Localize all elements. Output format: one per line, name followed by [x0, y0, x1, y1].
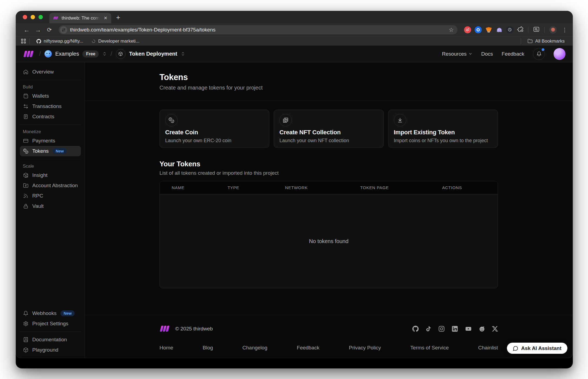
bookmarks-separator	[521, 38, 521, 44]
gear-icon	[23, 321, 29, 326]
forward-icon[interactable]: →	[33, 26, 43, 34]
extension-red-icon[interactable]	[464, 26, 471, 33]
app-header: / Examples Free / Token Deployment Resou…	[16, 46, 573, 62]
sidebar-item-transactions[interactable]: Transactions	[20, 101, 81, 112]
notifications-button[interactable]	[533, 48, 545, 60]
sidebar-item-tokens[interactable]: Tokens New	[20, 146, 81, 156]
sidebar-item-vault[interactable]: Vault	[20, 201, 81, 211]
new-tab-button[interactable]: +	[116, 13, 120, 22]
sidebar-item-account-abstraction[interactable]: Account Abstraction	[20, 180, 81, 191]
extensions-puzzle-icon[interactable]	[517, 26, 523, 34]
sidebar-item-payments[interactable]: Payments	[20, 136, 81, 146]
sidebar-item-overview[interactable]: Overview	[20, 67, 81, 77]
project-name[interactable]: Token Deployment	[129, 51, 177, 57]
sidebar-item-insight[interactable]: Insight	[20, 170, 81, 180]
bookmark-developer-marketing[interactable]: Developer marketi...	[89, 39, 142, 44]
copyright-text: © 2025 thirdweb	[175, 326, 213, 332]
footer-link-chainlist[interactable]: Chainlist	[478, 345, 498, 351]
ask-ai-assistant-button[interactable]: Ask AI Assistant	[507, 343, 567, 354]
github-icon[interactable]	[412, 326, 419, 332]
reddit-icon[interactable]	[479, 326, 485, 332]
resources-menu[interactable]: Resources	[442, 51, 472, 57]
action-cards: Create Coin Launch your own ERC-20 coin …	[159, 110, 498, 148]
wallet-icon	[23, 93, 29, 99]
social-links	[412, 326, 498, 332]
metamask-extension-icon[interactable]	[485, 26, 492, 33]
apps-grid-icon[interactable]	[21, 39, 26, 43]
browser-profile-avatar[interactable]	[549, 26, 557, 34]
sidebar-divider	[20, 125, 81, 125]
bell-icon	[536, 51, 542, 56]
cube-icon	[23, 347, 29, 353]
header-nav: Resources Docs Feedback	[442, 48, 565, 60]
team-switcher-icon[interactable]	[102, 52, 107, 56]
footer-link-terms-of-service[interactable]: Terms of Service	[410, 345, 449, 351]
bookmark-label: niftyswap.gg/Nifty...	[44, 39, 83, 44]
browser-menu-icon[interactable]: ⋮	[560, 27, 569, 33]
create-coin-card[interactable]: Create Coin Launch your own ERC-20 coin	[159, 110, 269, 148]
table-body: No tokens found	[160, 194, 498, 288]
project-switcher-icon[interactable]	[181, 52, 185, 56]
footer-link-feedback[interactable]: Feedback	[297, 345, 319, 351]
sidebar-item-wallets[interactable]: Wallets	[20, 91, 81, 101]
breadcrumb-slash: /	[39, 50, 41, 58]
reload-icon[interactable]: ⟳	[44, 27, 54, 33]
all-bookmarks-button[interactable]: All Bookmarks	[525, 39, 567, 44]
sidebar-item-contracts[interactable]: Contracts	[20, 112, 81, 122]
sidebar-section-label: Monetize	[20, 128, 81, 136]
rss-icon	[23, 193, 29, 199]
footer-link-home[interactable]: Home	[159, 345, 173, 351]
your-tokens-title: Your Tokens	[159, 160, 498, 168]
footer-link-changelog[interactable]: Changelog	[242, 345, 267, 351]
x-icon[interactable]	[492, 326, 498, 332]
github-favicon	[36, 39, 41, 44]
tab-title: thirdweb: The complete web3	[62, 15, 100, 21]
minimize-window-button[interactable]	[31, 15, 35, 19]
tab-search-icon[interactable]	[533, 26, 540, 34]
generic-favicon	[91, 39, 96, 43]
linkedin-icon[interactable]	[452, 326, 458, 332]
address-bar[interactable]: thirdweb.com/team/examples/Token-Deploym…	[59, 25, 458, 34]
site-info-icon[interactable]	[60, 26, 67, 34]
back-icon[interactable]: ←	[22, 26, 31, 34]
import-existing-token-card[interactable]: Import Existing Token Import coins or NF…	[388, 110, 498, 148]
bookmark-star-icon[interactable]: ☆	[449, 27, 454, 33]
tab-close-icon[interactable]: ✕	[103, 15, 108, 21]
user-avatar[interactable]	[554, 48, 565, 60]
instagram-icon[interactable]	[438, 326, 445, 332]
coins-icon	[165, 114, 178, 126]
ask-ai-assistant-label: Ask AI Assistant	[521, 345, 561, 351]
extension-blue-icon[interactable]	[475, 26, 482, 33]
bookmark-label: Developer marketi...	[98, 39, 139, 44]
card-description: Launch your own ERC-20 coin	[165, 138, 264, 144]
bookmarks-separator	[30, 38, 30, 44]
arrows-left-right-icon	[23, 104, 29, 109]
column-header-type: TYPE	[228, 185, 285, 190]
footer-link-blog[interactable]: Blog	[203, 345, 213, 351]
sidebar-item-documentation[interactable]: Documentation	[20, 335, 81, 345]
create-nft-collection-card[interactable]: Create NFT Collection Launch your own NF…	[274, 110, 384, 148]
feedback-link[interactable]: Feedback	[502, 51, 524, 57]
footer-link-privacy-policy[interactable]: Privacy Policy	[349, 345, 381, 351]
sidebar-item-webhooks[interactable]: Webhooks New	[20, 308, 81, 319]
close-window-button[interactable]	[23, 15, 27, 19]
maximize-window-button[interactable]	[39, 15, 43, 19]
bookmark-niftyswap[interactable]: niftyswap.gg/Nifty...	[34, 39, 86, 44]
thirdweb-logo[interactable]	[23, 50, 36, 58]
download-icon	[394, 114, 406, 126]
sidebar-item-playground[interactable]: Playground	[20, 345, 81, 355]
youtube-icon[interactable]	[465, 326, 472, 332]
sidebar-item-rpc[interactable]: RPC	[20, 191, 81, 201]
sidebar-item-project-settings[interactable]: Project Settings	[20, 319, 81, 329]
sidebar: Overview Build Wallets Transactions Cont…	[16, 62, 85, 358]
browser-tab[interactable]: thirdweb: The complete web3 ✕	[49, 13, 111, 23]
extension-clock-icon[interactable]	[506, 26, 513, 33]
team-name[interactable]: Examples	[55, 51, 79, 57]
tiktok-icon[interactable]	[426, 326, 432, 332]
phantom-extension-icon[interactable]	[496, 26, 503, 33]
coins-icon	[23, 148, 29, 154]
bookmarks-bar: niftyswap.gg/Nifty... Developer marketi.…	[16, 36, 573, 46]
card-description: Launch your own NFT collection	[279, 138, 378, 144]
docs-link[interactable]: Docs	[481, 51, 493, 57]
toolbar-separator	[544, 27, 545, 33]
